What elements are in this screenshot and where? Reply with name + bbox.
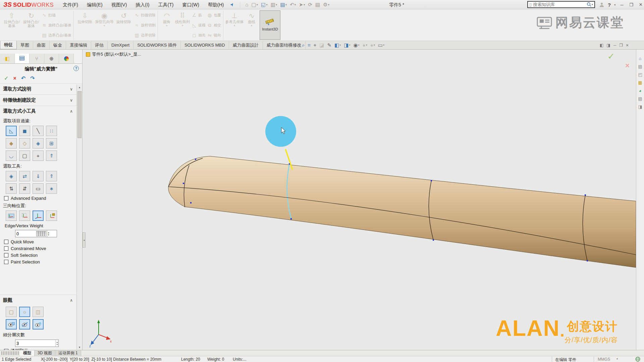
tab-power-surfacing-remesh[interactable]: 威力曲面结構修改 [263,41,306,49]
pane-left-icon[interactable]: ◧ [600,43,603,48]
tab-display-manager[interactable] [59,54,74,63]
tab-configuration-manager[interactable]: ⑂ [30,54,44,63]
section-display[interactable]: 眼觀∧ [0,295,82,306]
tab-motion-study[interactable]: 运动算例 1 [55,350,81,356]
hide-show-items-icon[interactable]: ◉▾ [353,42,359,48]
menu-view[interactable]: 视图(V) [107,0,131,9]
filter-extend-selection-button[interactable]: ⇑ [46,150,57,161]
undo-icon[interactable]: ↶▾ [289,2,297,8]
panel-help-icon[interactable]: ? [73,66,79,71]
tool-range-inner-button[interactable]: ⇵ [19,183,30,194]
minimize-button[interactable]: ─ [619,2,625,7]
cancel-button[interactable]: × [13,75,16,81]
tool-box-loop-button[interactable]: ▭ [33,183,44,194]
pane-toggle-icon[interactable]: ◨ [637,104,643,110]
save-icon[interactable]: ▥▾ [270,2,278,8]
section-selection-widgets[interactable]: 選取方式小工具∧ [0,106,82,117]
scroll-up-icon[interactable]: ▴ [77,84,82,90]
panel-scrollbar[interactable]: ▴ ▾ [76,84,82,350]
triad-corner-button[interactable] [33,210,44,221]
menu-window[interactable]: 窗口(W) [178,0,204,9]
show-vertices-button[interactable] [33,319,44,329]
menu-edit[interactable]: 编辑(E) [83,0,107,9]
quick-move-row[interactable]: Quick Move [0,238,82,245]
triad-dashed-button[interactable] [19,210,30,221]
menu-insert[interactable]: 插入(I) [131,0,154,9]
unit-system-selector[interactable]: MMGS [598,357,610,362]
doc-minimize-icon[interactable]: ─ [613,43,616,48]
magnify-icon[interactable]: ⌖ [314,42,316,48]
tab-feature-manager[interactable]: ◧ [0,54,15,63]
scroll-down-icon[interactable]: ▾ [77,345,82,350]
panel-splitter-handle[interactable]: ◂ [83,232,86,248]
tab-power-surfacing[interactable]: 威力曲面設計 [229,41,263,49]
rebuild-icon[interactable]: ⟳ [307,2,313,8]
paint-selection-row[interactable]: Paint Selection [0,258,82,265]
filter-edge-vertex-button[interactable]: ◺ [6,126,17,136]
view-palette-icon[interactable]: ▦ [637,80,643,85]
zoom-area-icon[interactable]: ⌗ [308,42,310,48]
subdivision-spinner[interactable]: ▴▾ [55,340,58,347]
tab-3d-views[interactable]: 3D 视图 [35,350,55,356]
tool-scatter-button[interactable]: ∗ [46,183,57,194]
filter-add-selection-button[interactable]: + [33,150,44,161]
soft-selection-row[interactable]: Soft Selection [0,252,82,258]
tool-grow-down-button[interactable]: ⇓ [33,171,44,181]
confirm-check-icon[interactable]: ✓ [607,51,615,62]
quick-move-checkbox[interactable] [4,240,8,244]
tab-solidworks-addins[interactable]: SOLIDWORKS 插件 [133,41,181,49]
display-style-icon[interactable]: ◨▾ [344,42,350,48]
section-selection-help[interactable]: 選取方式說明∨ [0,83,82,95]
tab-bar-grip[interactable] [1,351,19,355]
print-icon[interactable]: ▤▾ [279,2,288,8]
filter-face-button[interactable]: ◼ [19,126,30,136]
filter-open-body-button[interactable]: ◇ [19,138,30,148]
model-canvas[interactable]: x z [83,50,636,350]
tool-grow-up-button[interactable]: ⇑ [46,171,57,181]
weight-input[interactable] [15,231,36,236]
tab-surfaces[interactable]: 曲面 [33,41,50,49]
close-button[interactable]: × [638,1,644,8]
filter-body-button[interactable]: ◆ [6,138,17,148]
view-settings-icon[interactable]: ▭▾ [378,42,384,48]
scroll-thumb[interactable] [77,91,82,138]
soft-selection-checkbox[interactable] [4,253,8,257]
tab-dimxpert-manager[interactable]: ⊕ [44,54,59,63]
new-file-icon[interactable]: ▢▾ [250,2,259,8]
doc-close-icon[interactable]: × [626,43,629,48]
select-cursor-icon[interactable]: ➤▾ [298,2,306,8]
search-input[interactable] [533,2,587,7]
menu-tools[interactable]: 工具(T) [154,0,178,9]
tab-evaluate[interactable]: 评估 [91,41,108,49]
filter-blue-body-button[interactable]: ◈ [33,138,44,148]
tab-features[interactable]: 特征 [0,41,17,49]
graphics-viewport[interactable]: x z 零件5 (默认<<默认>_显... ✓ × ◂ [83,50,636,350]
menu-file[interactable]: 文件(F) [58,0,83,9]
instant3d-button[interactable]: ➘ Instant3D [260,10,280,40]
tool-range-outer-button[interactable]: ⇅ [6,183,17,194]
tab-solidworks-mbd[interactable]: SOLIDWORKS MBD [181,41,229,49]
filter-uv-grid-button[interactable]: ⊞ [46,138,57,148]
restore-button[interactable]: ❐ [628,2,634,7]
globe-icon[interactable] [635,357,640,362]
paint-selection-checkbox[interactable] [4,260,8,264]
design-library-icon[interactable]: ▤ [637,64,643,69]
zoom-fit-icon[interactable]: ⌕ [302,42,305,48]
unit-system-caret-icon[interactable]: ▴ [616,357,618,360]
file-explorer-icon[interactable]: ◰ [637,72,643,77]
help-icon[interactable]: ? [608,2,611,8]
section-feature-creation-settings[interactable]: 特徵物創建設定∨ [0,95,82,106]
tool-cube-select-button[interactable]: ◈ [6,171,17,181]
search-icon[interactable] [587,2,592,7]
breadcrumb[interactable]: 零件5 (默认<<默认>_显... [86,51,141,57]
pane-right-icon[interactable]: ◨ [606,43,610,48]
subdivision-input[interactable] [15,341,49,346]
view-orientation-icon[interactable]: ◧▾ [334,42,341,48]
display-mixed-mode-button[interactable]: ◫ [33,307,44,317]
tab-model[interactable]: 模型 [20,350,35,356]
tab-sheet-metal[interactable]: 钣金 [50,41,66,49]
appearances-icon[interactable]: ◕ [637,88,643,94]
constrained-move-checkbox[interactable] [4,246,8,251]
weight-spinner[interactable]: ▴▾ [47,230,50,237]
menu-help[interactable]: 帮助(H) [204,0,228,9]
